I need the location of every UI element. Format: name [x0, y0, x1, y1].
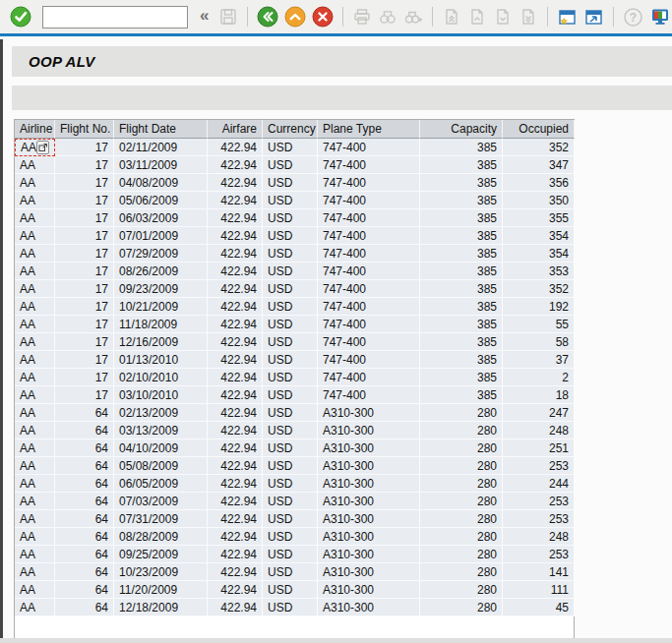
- grid-cell[interactable]: USD: [263, 192, 318, 209]
- grid-cell[interactable]: USD: [263, 528, 318, 546]
- grid-cell[interactable]: 141: [503, 563, 575, 581]
- grid-cell[interactable]: 02/11/2009: [114, 139, 208, 156]
- grid-cell[interactable]: 747-400: [318, 156, 420, 174]
- grid-cell[interactable]: A310-300: [318, 528, 420, 546]
- grid-cell[interactable]: 356: [503, 174, 575, 192]
- grid-cell[interactable]: 385: [420, 192, 503, 209]
- grid-cell[interactable]: 248: [503, 528, 575, 546]
- grid-cell[interactable]: 422.94: [208, 192, 263, 209]
- grid-cell[interactable]: 280: [420, 493, 503, 510]
- grid-cell[interactable]: USD: [263, 280, 318, 298]
- grid-cell[interactable]: 747-400: [318, 351, 420, 369]
- grid-cell[interactable]: 17: [55, 227, 114, 245]
- grid-cell[interactable]: 385: [420, 245, 503, 263]
- grid-cell[interactable]: 04/10/2009: [114, 439, 208, 457]
- grid-cell[interactable]: 385: [420, 263, 503, 280]
- grid-cell[interactable]: AA: [15, 422, 55, 439]
- grid-cell[interactable]: 08/26/2009: [114, 263, 208, 280]
- grid-cell[interactable]: USD: [263, 457, 318, 475]
- first-page-icon[interactable]: [441, 5, 462, 29]
- column-header[interactable]: Occupied: [503, 120, 575, 139]
- grid-cell[interactable]: 17: [55, 156, 114, 174]
- column-header[interactable]: Airline: [15, 120, 55, 139]
- grid-cell[interactable]: 385: [420, 174, 503, 192]
- grid-cell[interactable]: 64: [55, 528, 114, 546]
- grid-cell[interactable]: 17: [55, 174, 114, 192]
- grid-cell[interactable]: 385: [420, 369, 503, 386]
- grid-cell[interactable]: USD: [263, 174, 318, 192]
- grid-cell[interactable]: USD: [263, 351, 318, 369]
- grid-cell[interactable]: AA: [15, 369, 55, 386]
- grid-cell[interactable]: 385: [420, 280, 503, 298]
- grid-cell[interactable]: 55: [503, 316, 575, 333]
- grid-cell[interactable]: 251: [503, 439, 575, 457]
- grid-cell[interactable]: 385: [420, 298, 503, 316]
- grid-cell[interactable]: 747-400: [318, 333, 420, 351]
- grid-cell[interactable]: 280: [420, 422, 503, 439]
- grid-cell[interactable]: 422.94: [208, 439, 263, 457]
- grid-cell[interactable]: 17: [55, 209, 114, 227]
- grid-cell[interactable]: 422.94: [208, 298, 263, 316]
- grid-cell[interactable]: 747-400: [318, 209, 420, 227]
- grid-cell[interactable]: AA: [15, 528, 55, 546]
- grid-cell[interactable]: 253: [503, 510, 575, 528]
- grid-cell[interactable]: 747-400: [318, 245, 420, 263]
- grid-cell[interactable]: 06/05/2009: [114, 475, 208, 493]
- column-header[interactable]: Flight Date: [114, 120, 208, 139]
- grid-cell[interactable]: AA: [15, 280, 55, 298]
- grid-cell[interactable]: AA: [15, 563, 55, 581]
- grid-cell[interactable]: 17: [55, 316, 114, 333]
- grid-cell[interactable]: A310-300: [318, 493, 420, 510]
- grid-cell[interactable]: 07/29/2009: [114, 245, 208, 263]
- column-header[interactable]: Flight No.: [55, 120, 114, 139]
- print-icon[interactable]: [350, 5, 372, 29]
- grid-cell[interactable]: 192: [503, 298, 575, 316]
- grid-cell[interactable]: 747-400: [318, 280, 420, 298]
- grid-cell[interactable]: AA: [15, 510, 55, 528]
- create-shortcut-icon[interactable]: [582, 5, 605, 29]
- grid-cell[interactable]: 747-400: [318, 298, 420, 316]
- cancel-icon[interactable]: [311, 5, 335, 29]
- grid-cell[interactable]: AA: [15, 139, 55, 156]
- column-header[interactable]: Capacity: [420, 120, 503, 139]
- grid-cell[interactable]: 09/23/2009: [114, 280, 208, 298]
- grid-cell[interactable]: USD: [263, 263, 318, 280]
- grid-cell[interactable]: AA: [15, 351, 55, 369]
- grid-cell[interactable]: A310-300: [318, 510, 420, 528]
- grid-cell[interactable]: 17: [55, 280, 114, 298]
- grid-cell[interactable]: 422.94: [208, 156, 263, 174]
- grid-cell[interactable]: 253: [503, 457, 575, 475]
- grid-cell[interactable]: 64: [55, 475, 114, 493]
- enter-icon[interactable]: [9, 5, 32, 29]
- grid-cell[interactable]: AA: [15, 298, 55, 316]
- grid-cell[interactable]: 280: [420, 581, 503, 599]
- grid-cell[interactable]: 64: [55, 581, 114, 599]
- grid-cell[interactable]: USD: [263, 404, 318, 422]
- column-header[interactable]: Plane Type: [318, 120, 420, 139]
- grid-cell[interactable]: USD: [263, 581, 318, 599]
- grid-cell[interactable]: 422.94: [208, 386, 263, 404]
- grid-cell[interactable]: 03/11/2009: [114, 156, 208, 174]
- grid-cell[interactable]: 2: [503, 369, 575, 386]
- grid-cell[interactable]: USD: [263, 439, 318, 457]
- grid-cell[interactable]: 422.94: [208, 209, 263, 227]
- grid-cell[interactable]: 422.94: [208, 404, 263, 422]
- save-icon[interactable]: [216, 5, 238, 29]
- grid-cell[interactable]: 422.94: [208, 369, 263, 386]
- grid-cell[interactable]: AA: [15, 493, 55, 510]
- grid-cell[interactable]: 422.94: [208, 546, 263, 563]
- grid-cell[interactable]: 385: [420, 316, 503, 333]
- grid-cell[interactable]: AA: [15, 457, 55, 475]
- grid-cell[interactable]: AA: [15, 227, 55, 245]
- column-header[interactable]: Currency: [263, 120, 318, 139]
- grid-cell[interactable]: USD: [263, 369, 318, 386]
- grid-cell[interactable]: 12/18/2009: [114, 599, 208, 616]
- grid-cell[interactable]: 747-400: [318, 174, 420, 192]
- grid-cell[interactable]: AA: [15, 174, 55, 192]
- grid-cell[interactable]: 422.94: [208, 245, 263, 263]
- back-icon[interactable]: [256, 5, 279, 29]
- grid-cell[interactable]: AA: [15, 404, 55, 422]
- grid-cell[interactable]: 422.94: [208, 139, 263, 156]
- grid-cell[interactable]: 09/25/2009: [114, 546, 208, 563]
- new-session-icon[interactable]: [556, 5, 579, 29]
